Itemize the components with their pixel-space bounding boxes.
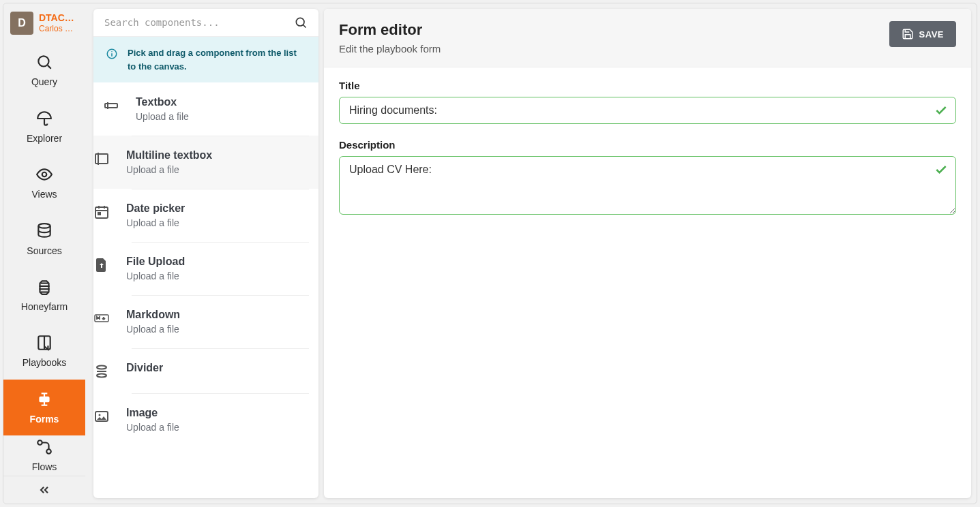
main-nav: Query Explorer Views Sources Honeyfarm P [3, 42, 85, 476]
sidebar-item-views[interactable]: Views [3, 155, 85, 211]
svg-point-3 [38, 224, 50, 228]
divider-icon [93, 363, 110, 380]
component-title: File Upload [126, 256, 185, 268]
info-icon [106, 48, 118, 60]
playbook-icon [35, 334, 53, 352]
search-icon[interactable] [294, 16, 308, 29]
component-title: Markdown [126, 309, 180, 321]
chevron-double-left-icon [38, 483, 51, 497]
sidebar-item-label: Forms [30, 414, 59, 425]
svg-point-13 [296, 18, 304, 26]
svg-line-1 [48, 65, 51, 69]
sidebar-item-honeyfarm[interactable]: Honeyfarm [3, 267, 85, 323]
sidebar-item-sources[interactable]: Sources [3, 211, 85, 266]
sidebar-item-explorer[interactable]: Explorer [3, 99, 85, 155]
sidebar-item-query[interactable]: Query [3, 42, 85, 98]
editor-header: Form editor Edit the playbook form SAVE [324, 9, 971, 67]
svg-rect-6 [40, 397, 49, 401]
svg-point-0 [38, 57, 48, 67]
editor-subheading: Edit the playbook form [339, 43, 441, 55]
file-upload-icon [93, 257, 110, 273]
sidebar-item-label: Query [31, 76, 57, 87]
description-textarea[interactable] [339, 156, 956, 215]
components-panel: Pick and drag a component from the list … [93, 9, 318, 498]
sidebar-item-label: Honeyfarm [21, 301, 68, 312]
component-title: Textbox [136, 96, 189, 108]
component-sub: Upload a file [126, 164, 212, 175]
valid-check-icon [934, 163, 948, 176]
svg-rect-26 [98, 213, 100, 215]
component-sub: Upload a file [126, 271, 185, 281]
save-icon [902, 28, 914, 40]
svg-rect-22 [95, 207, 108, 218]
workspace-avatar: D [10, 12, 33, 35]
search-icon [35, 53, 53, 71]
app-sidebar: D DTACT … Carlos Ca… Query Explorer View… [3, 3, 85, 504]
sidebar-item-label: Explorer [27, 133, 62, 144]
svg-point-30 [97, 374, 106, 378]
sidebar-item-label: Sources [27, 245, 61, 256]
eye-icon [35, 166, 53, 183]
component-date-picker[interactable]: Date picker Upload a file [93, 189, 318, 242]
svg-point-11 [38, 441, 42, 446]
title-field-label: Title [339, 80, 956, 91]
component-multiline-textbox[interactable]: Multiline textbox Upload a file [93, 136, 318, 189]
svg-line-14 [303, 25, 306, 28]
component-title: Divider [126, 362, 163, 374]
component-file-upload[interactable]: File Upload Upload a file [93, 242, 318, 295]
form-icon [35, 390, 53, 408]
info-message: Pick and drag a component from the list … [128, 46, 306, 73]
editor-heading: Form editor [339, 21, 441, 39]
component-sub: Upload a file [126, 217, 185, 228]
component-title: Date picker [126, 202, 185, 215]
svg-rect-18 [105, 104, 117, 108]
image-icon [93, 408, 110, 425]
umbrella-icon [35, 110, 53, 127]
sidebar-item-playbooks[interactable]: Playbooks [3, 323, 85, 379]
info-banner: Pick and drag a component from the list … [93, 37, 318, 82]
save-label: SAVE [919, 29, 944, 40]
component-title: Image [126, 407, 179, 419]
search-input[interactable] [104, 17, 294, 28]
component-image[interactable]: Image Upload a file [93, 393, 318, 446]
textbox-icon [103, 97, 119, 114]
workspace-switcher[interactable]: D DTACT … Carlos Ca… [3, 3, 85, 42]
form-editor-panel: Form editor Edit the playbook form SAVE … [324, 9, 971, 498]
workspace-user: Carlos Ca… [39, 24, 78, 33]
save-button[interactable]: SAVE [889, 21, 956, 47]
svg-point-12 [46, 450, 51, 455]
svg-point-32 [99, 414, 101, 416]
multiline-icon [93, 151, 110, 167]
description-field-label: Description [339, 139, 956, 151]
sidebar-collapse-button[interactable] [3, 476, 85, 504]
component-markdown[interactable]: Markdown Upload a file [93, 295, 318, 348]
svg-point-17 [111, 51, 113, 52]
component-list: Textbox Upload a file Multiline textbox … [93, 82, 318, 498]
component-divider[interactable]: Divider [93, 348, 318, 393]
sidebar-item-label: Playbooks [23, 357, 67, 368]
hive-icon [35, 278, 53, 296]
component-textbox[interactable]: Textbox Upload a file [93, 82, 318, 136]
component-sub: Upload a file [126, 324, 180, 335]
calendar-icon [93, 204, 110, 220]
sidebar-item-label: Flows [32, 461, 57, 472]
component-sub: Upload a file [136, 111, 189, 122]
sidebar-item-forms[interactable]: Forms [3, 380, 85, 435]
component-title: Multiline textbox [126, 149, 212, 162]
svg-rect-20 [95, 154, 108, 164]
component-sub: Upload a file [126, 422, 179, 433]
svg-point-28 [97, 366, 106, 369]
svg-point-2 [42, 172, 47, 177]
sidebar-item-flows[interactable]: Flows [3, 435, 85, 476]
sidebar-item-label: Views [31, 189, 57, 200]
flow-icon [35, 438, 53, 456]
workspace-title: DTACT … [39, 12, 78, 24]
markdown-icon [93, 310, 110, 326]
database-icon [35, 222, 53, 240]
title-input[interactable] [339, 97, 956, 124]
valid-check-icon [934, 104, 948, 117]
